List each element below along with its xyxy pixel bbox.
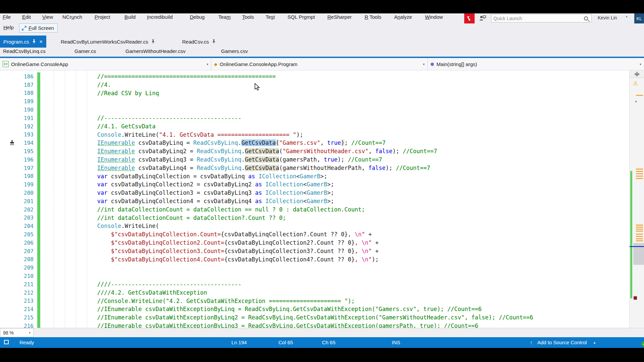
code-line-199[interactable]: 199var csvDataByLinqCollection2 = csvDat… [0, 180, 644, 189]
tab-readcsv.cs[interactable]: ReadCsv.cs [179, 36, 219, 48]
avatar[interactable]: KL [634, 13, 644, 23]
code-line-197[interactable]: 197IEnumerable csvDataByLinq4 = ReadCsvB… [0, 164, 644, 172]
project-dropdown[interactable]: C# OnlineGame.ConsoleApp ▾ [0, 58, 211, 70]
code-line-216[interactable]: 216//IEnumerable csvDataWithExceptionByL… [0, 322, 644, 328]
line-number: 207 [0, 248, 36, 254]
line-number: 202 [0, 206, 36, 213]
type-dropdown[interactable]: ◆ OnlineGame.ConsoleApp.Program ▾ [211, 58, 428, 70]
code-line-192[interactable]: 192//4.1. GetCsvData [0, 122, 644, 131]
change-bar [37, 156, 40, 164]
menu-item-debug[interactable]: Debug [190, 14, 205, 20]
code-line-212[interactable]: 212////4.2. GetCsvDataWithException [0, 289, 644, 297]
menu-item-edit[interactable]: Edit [22, 14, 31, 20]
menu-item-analyze[interactable]: Analyze [394, 14, 412, 20]
line-number: 206 [0, 240, 36, 246]
editor-bottom-strip: 98 % ▾ [0, 328, 644, 337]
change-bar [37, 263, 40, 272]
feedback-icon[interactable] [479, 15, 487, 23]
pin-icon[interactable] [151, 39, 155, 44]
tab-gamerswithoutheader.csv[interactable]: GamersWithoutHeader.csv [125, 48, 185, 54]
menu-item-ncrunch[interactable]: NCrunch [62, 14, 82, 20]
menu-item-sql-prompt[interactable]: SQL Prompt [287, 14, 315, 20]
code-line-189[interactable]: 189 [0, 97, 644, 106]
code-line-187[interactable]: 187//4. [0, 81, 644, 89]
menu-item-build[interactable]: Build [124, 14, 136, 20]
code-line-215[interactable]: 215//IEnumerable csvDataWithExceptionByL… [0, 313, 644, 322]
menu-item-incredibuild[interactable]: Incredibuild [147, 14, 173, 20]
code-line-205[interactable]: 205$"csvDataByLinqCollection.Count={csvD… [0, 230, 644, 239]
line-number: 194 [0, 140, 36, 146]
code-line-211[interactable]: 211////---------------------------------… [0, 280, 644, 289]
menu-item-view[interactable]: View [42, 14, 53, 20]
change-bar [37, 305, 40, 313]
code-text: ////------------------------------------… [42, 280, 241, 289]
menu-item-project[interactable]: Project [95, 14, 110, 20]
code-line-186[interactable]: 186//===================================… [0, 72, 644, 81]
line-number: 190 [0, 107, 36, 113]
code-line-194[interactable]: 194IEnumerable csvDataByLinq = ReadCsvBy… [0, 139, 644, 147]
code-line-201[interactable]: 201var csvDataByLinqCollection4 = csvDat… [0, 197, 644, 205]
code-line-190[interactable]: 190 [0, 106, 644, 114]
pin-icon[interactable] [32, 39, 36, 44]
member-dropdown[interactable]: ⬢ Main(string[] args) ▾ [428, 58, 644, 70]
code-line-204[interactable]: 204Console.WriteLine( [0, 222, 644, 230]
add-to-source-control[interactable]: Add to Source Control [537, 340, 587, 345]
menu-item-help[interactable]: Help [3, 24, 14, 30]
search-icon[interactable] [584, 16, 588, 20]
menu-item-resharper[interactable]: ReSharper [327, 14, 352, 20]
extension-badge-icon[interactable] [464, 13, 475, 23]
scroll-up-arrow[interactable]: ▲ [634, 99, 638, 103]
menu-item-r-tools[interactable]: R Tools [365, 14, 381, 20]
background-tasks-icon[interactable] [4, 340, 9, 344]
code-text: Console.WriteLine( [42, 222, 159, 230]
close-icon[interactable]: ✕ [39, 39, 43, 44]
code-line-195[interactable]: 195IEnumerable csvDataByLinq2 = ReadCsvB… [0, 147, 644, 156]
line-number: 211 [0, 281, 36, 288]
pin-icon[interactable] [212, 39, 216, 44]
source-control-caret-icon[interactable]: ▲ [593, 341, 596, 344]
code-line-206[interactable]: 206$"csvDataByLinqCollection2.Count={csv… [0, 239, 644, 247]
menu-item-team[interactable]: Team [218, 14, 231, 20]
code-line-209[interactable]: 209 [0, 263, 644, 272]
code-line-200[interactable]: 200var csvDataByLinqCollection3 = csvDat… [0, 189, 644, 197]
code-line-202[interactable]: 202//int dataCollectionCount = dataColle… [0, 205, 644, 214]
code-line-214[interactable]: 214//IEnumerable csvDataWithExceptionByL… [0, 305, 644, 313]
tab-gamer.cs[interactable]: Gamer.cs [74, 48, 96, 54]
quick-launch-input[interactable] [491, 16, 584, 21]
change-bar [37, 172, 40, 181]
code-line-191[interactable]: 191//-----------------------------------… [0, 114, 644, 122]
code-line-198[interactable]: 198var csvDataByLinqCollection = csvData… [0, 172, 644, 181]
code-line-203[interactable]: 203//int dataCollectionCount = dataColle… [0, 214, 644, 222]
code-line-193[interactable]: 193Console.WriteLine("4.1. GetCsvData ==… [0, 131, 644, 139]
tab-readcsvbylinq.cs[interactable]: ReadCsvByLinq.cs [3, 48, 46, 54]
zoom-control[interactable]: 98 % ▾ [0, 328, 34, 337]
cleanup-broom-icon[interactable] [9, 139, 15, 146]
chevron-down-icon: ▾ [207, 62, 208, 66]
code-line-210[interactable]: 210 [0, 272, 644, 280]
code-line-207[interactable]: 207$"csvDataByLinqCollection3.Count={csv… [0, 247, 644, 255]
change-bar [37, 189, 40, 197]
splitter-handle[interactable] [630, 70, 644, 78]
warning-icon[interactable]: ⚠ [633, 80, 638, 87]
zoom-value: 98 % [3, 330, 14, 336]
change-bar [37, 72, 40, 81]
tab-program.cs[interactable]: Program.cs✕ [0, 36, 46, 48]
menu-item-window[interactable]: Window [425, 14, 443, 20]
menu-item-test[interactable]: Test [266, 14, 275, 20]
user-name[interactable]: Kevin Lin [598, 15, 617, 20]
code-text: var csvDataByLinqCollection3 = csvDataBy… [42, 189, 334, 197]
code-editor[interactable]: 186//===================================… [0, 70, 644, 328]
change-bar [37, 247, 40, 255]
tab-gamers.csv[interactable]: Gamers.csv [221, 48, 248, 54]
menu-item-file[interactable]: File [3, 14, 11, 20]
user-menu-caret-icon[interactable]: ▾ [626, 15, 628, 18]
code-line-188[interactable]: 188//Read CSV by Linq [0, 89, 644, 98]
line-number: 199 [0, 181, 36, 188]
full-screen-button[interactable]: Full Screen [19, 23, 58, 33]
code-line-196[interactable]: 196IEnumerable csvDataByLinq3 = ReadCsvB… [0, 156, 644, 164]
code-line-213[interactable]: 213//Console.WriteLine("4.2. GetCsvDataW… [0, 297, 644, 305]
vertical-scrollbar[interactable]: ⚠ ▲ ▼ [629, 70, 644, 328]
menu-item-tools[interactable]: Tools [242, 14, 254, 20]
tab-readcsvbylumenworkscsvreader.cs[interactable]: ReadCsvByLumenWorksCsvReader.cs [57, 36, 158, 48]
code-line-208[interactable]: 208$"csvDataByLinqCollection4.Count={csv… [0, 255, 644, 264]
